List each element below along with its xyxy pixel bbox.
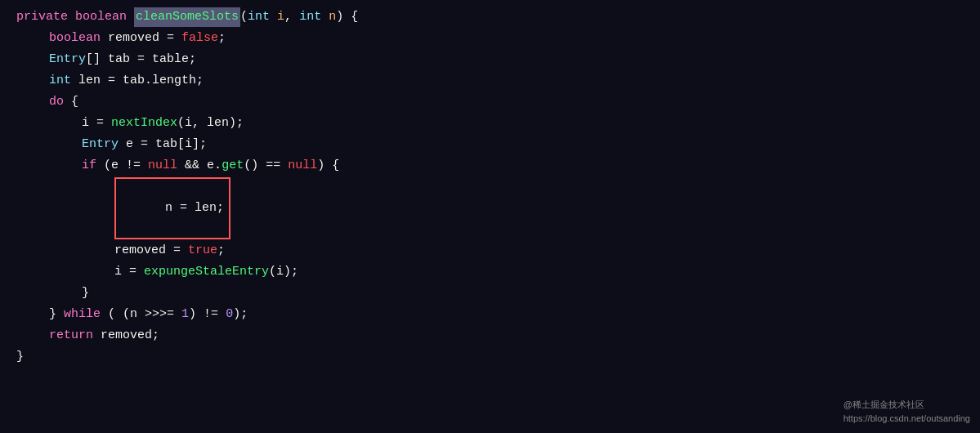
var-e-3: e [207,156,214,176]
param-n: n [329,7,336,27]
paren-close-2: ) { [317,156,339,176]
semi-1: ; [218,29,226,48]
kw-private: private [16,7,75,27]
paren-close-1: ); [229,114,244,133]
var-tab-2: tab [123,71,145,91]
var-e: e [126,135,141,154]
kw-entry-1: Entry [49,50,86,69]
code-line-14: return removed; [0,325,980,346]
var-removed: removed [108,29,167,48]
fn-expungeStaleEntry: expungeStaleEntry [144,262,269,282]
num-0: 0 [226,305,233,324]
op-eq-4: = [96,114,111,133]
op-eq-7: = [180,201,195,215]
var-table: table [152,50,189,69]
code-line-12: } [0,283,980,304]
comma-1: , [284,7,299,27]
code-line-11: i = expungeStaleEntry(i); [0,261,980,283]
paren-open-1: ( [177,114,185,133]
param-i: i [277,7,284,27]
semi-3: ; [196,71,204,91]
parens-empty: () [244,156,266,176]
watermark-top: @稀土掘金技术社区 [844,398,970,413]
var-tab: tab [108,50,137,69]
op-and: && [185,156,207,176]
semi-7: ; [152,326,159,346]
kw-if: if [82,156,104,176]
dot-1: . [145,71,152,91]
brace-close-2: } [49,305,64,324]
kw-do: do [49,92,71,112]
paren-open-3: ( [269,262,276,282]
bracket-close-1: ]; [192,135,207,154]
semi-4: ; [217,201,224,215]
code-line-9: n = len; [0,176,980,240]
brace-close-3: } [16,347,24,367]
op-eq-9: = [129,262,144,282]
var-i-2: i [185,114,192,133]
op-eq-3: = [108,71,123,91]
watermark-bottom: https://blog.csdn.net/outsanding [844,412,970,426]
op-neq-1: != [126,156,148,176]
var-len-2: len [207,114,229,133]
var-i-3: i [185,135,192,154]
fn-cleanSomeSlots: cleanSomeSlots [134,7,240,27]
var-removed-2: removed [114,241,173,261]
semi-5: ; [217,241,225,261]
op-eq-5: = [141,135,155,154]
op-unsigned-rshift: >>>= [145,305,181,324]
kw-int-1: int [248,7,277,27]
var-removed-3: removed [101,326,152,346]
var-n-2: n [130,305,145,324]
var-tab-3: tab [155,135,177,154]
code-line-8: if (e != null && e.get() == null) { [0,155,980,176]
op-eq-8: = [173,241,188,261]
op-eq-1: = [167,29,181,48]
comma-2: , [192,114,207,133]
kw-int-3: int [49,71,78,91]
code-container: private boolean cleanSomeSlots(int i, in… [0,0,980,433]
val-null-1: null [148,156,185,176]
var-len: len [78,71,108,91]
code-line-10: removed = true; [0,240,980,261]
watermark: @稀土掘金技术社区 https://blog.csdn.net/outsandi… [844,398,970,426]
brace-open-1: ) { [336,7,358,27]
var-i-4: i [114,262,129,282]
code-line-4: int len = tab.length; [0,70,980,92]
code-line-5: do { [0,92,980,113]
val-false: false [181,29,218,48]
var-i-1: i [82,114,96,133]
semi-2: ; [189,50,196,69]
paren-close-3: ); [284,262,298,282]
kw-return: return [49,326,101,346]
code-line-15: } [0,346,980,368]
kw-boolean-2: boolean [49,29,108,48]
paren-open-2: ( [104,156,111,176]
kw-entry-2: Entry [82,135,126,154]
dot-2: . [214,156,222,176]
semi-6: ); [233,305,248,324]
var-length: length [152,71,196,91]
kw-int-2: int [299,7,329,27]
fn-get: get [222,156,244,176]
brace-open-2: { [71,92,78,112]
highlighted-statement: n = len; [114,177,230,239]
brace-close-1: } [82,283,89,303]
op-eq-6: == [266,156,288,176]
code-line-13: } while ( (n >>>= 1) != 0); [0,304,980,325]
val-true: true [188,241,217,261]
op-eq-2: = [137,50,152,69]
var-e-2: e [111,156,126,176]
val-null-2: null [288,156,317,176]
code-line-6: i = nextIndex(i, len); [0,113,980,134]
kw-while: while [64,305,108,324]
var-i-5: i [276,262,284,282]
num-1: 1 [181,305,189,324]
var-len-3: len [195,201,217,215]
code-line-3: Entry[] tab = table; [0,49,980,70]
code-line-1: private boolean cleanSomeSlots(int i, in… [0,7,980,28]
paren-open-4: ( ( [108,305,130,324]
code-line-7: Entry e = tab[i]; [0,134,980,155]
bracket-1: [] [86,50,108,69]
bracket-2: [ [177,135,185,154]
